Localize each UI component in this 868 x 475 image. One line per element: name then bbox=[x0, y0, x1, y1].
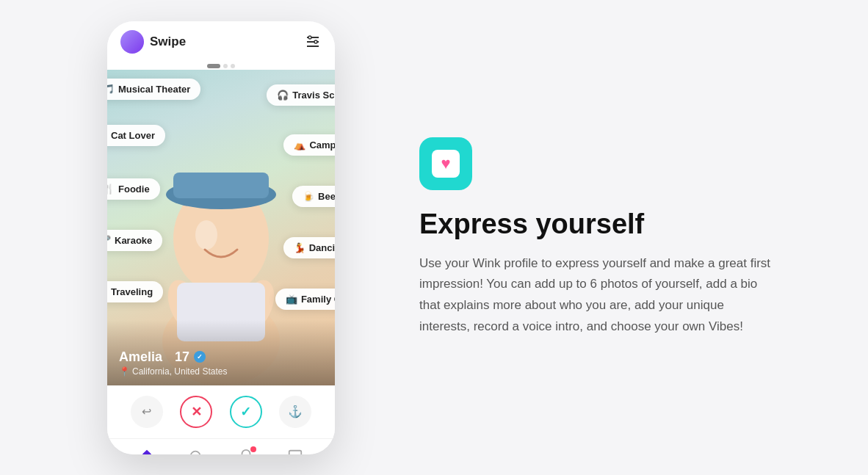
app-icon: ♥ bbox=[419, 137, 472, 190]
swipe-label: Swipe bbox=[150, 35, 186, 49]
like-button[interactable]: ✓ bbox=[230, 396, 262, 428]
nav-notifications-icon[interactable] bbox=[236, 446, 256, 454]
boost-icon: ⚓ bbox=[288, 405, 303, 418]
dots-indicator bbox=[107, 59, 335, 70]
undo-icon: ↩ bbox=[142, 405, 151, 418]
nav-messages-icon[interactable] bbox=[285, 446, 305, 454]
tag-musical-theater: 🎵Musical Theater bbox=[107, 79, 200, 100]
phone-mockup: Swipe bbox=[107, 21, 335, 454]
nav-search-icon[interactable] bbox=[186, 446, 206, 454]
page-container: Swipe bbox=[0, 0, 868, 475]
tag-family-guy: 📺Family Guy bbox=[275, 289, 335, 310]
dot-active bbox=[207, 64, 220, 68]
tag-travis-scott: 🎧Travis Scott bbox=[267, 84, 335, 106]
tag-traveling: ✈️Traveling bbox=[107, 281, 163, 302]
nav-home-icon[interactable] bbox=[137, 446, 157, 454]
profile-card: 🎵Musical Theater 🎧Travis Scott 🐱Cat Love… bbox=[107, 70, 335, 385]
dot bbox=[223, 64, 228, 68]
filter-icon[interactable] bbox=[304, 33, 322, 51]
bottom-nav bbox=[107, 438, 335, 454]
profile-name: Amelia 17 ✓ bbox=[119, 349, 323, 365]
profile-info: Amelia 17 ✓ 📍 California, United States bbox=[107, 320, 335, 385]
app-icon-inner: ♥ bbox=[432, 150, 460, 178]
heart-icon: ♥ bbox=[441, 154, 450, 173]
action-buttons: ↩ ✕ ✓ ⚓ bbox=[107, 385, 335, 438]
profile-location: 📍 California, United States bbox=[119, 366, 323, 377]
avatar bbox=[120, 30, 144, 54]
section-description: Use your Wink profile to express yoursel… bbox=[419, 253, 772, 338]
svg-point-3 bbox=[308, 36, 311, 39]
phone-topbar: Swipe bbox=[107, 21, 335, 59]
topbar-left: Swipe bbox=[120, 30, 186, 54]
tag-foodie: 🍴Foodie bbox=[107, 178, 160, 200]
dislike-icon: ✕ bbox=[191, 404, 202, 420]
tag-cat-lover: 🐱Cat Lover bbox=[107, 125, 165, 146]
boost-button[interactable]: ⚓ bbox=[279, 396, 311, 428]
svg-rect-8 bbox=[173, 173, 269, 198]
notification-dot bbox=[250, 446, 256, 452]
undo-button[interactable]: ↩ bbox=[131, 396, 163, 428]
tag-karaoke: 🎤Karaoke bbox=[107, 230, 162, 251]
tag-beer: 🍺Beer bbox=[292, 186, 335, 207]
like-icon: ✓ bbox=[240, 404, 251, 420]
section-title: Express yourself bbox=[419, 208, 786, 242]
tag-dancing: 💃Dancing bbox=[283, 237, 335, 258]
phone-wrapper: Swipe bbox=[82, 21, 361, 454]
tag-camping: ⛺Camping bbox=[283, 134, 335, 156]
svg-point-4 bbox=[314, 40, 317, 43]
dislike-button[interactable]: ✕ bbox=[180, 396, 212, 428]
svg-point-9 bbox=[195, 220, 217, 250]
verified-badge: ✓ bbox=[194, 351, 206, 363]
dot bbox=[231, 64, 235, 68]
profile-image: 🎵Musical Theater 🎧Travis Scott 🐱Cat Love… bbox=[107, 70, 335, 385]
right-section: ♥ Express yourself Use your Wink profile… bbox=[419, 137, 786, 338]
svg-point-13 bbox=[191, 451, 200, 454]
